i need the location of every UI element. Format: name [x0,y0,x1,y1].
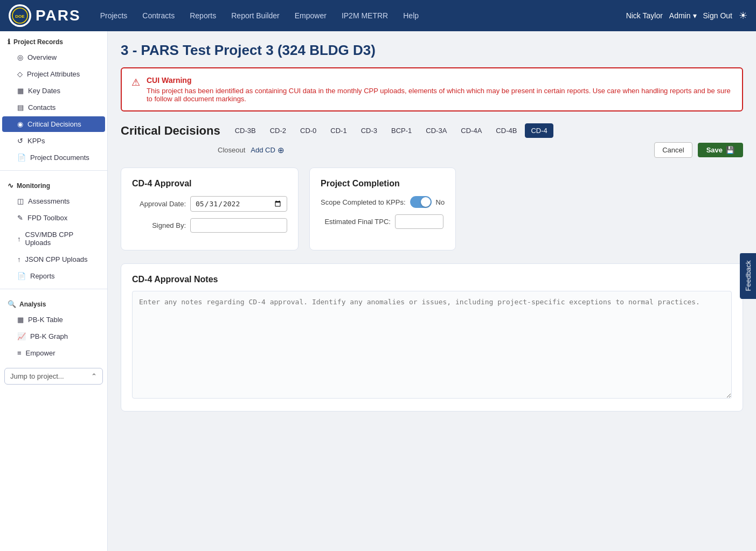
closeout-link[interactable]: Closeout [218,146,245,154]
sidebar-item-critical-decisions[interactable]: ◉ Critical Decisions [2,116,105,132]
sign-out-button[interactable]: Sign Out [703,11,732,20]
sidebar-item-assessments[interactable]: ◫ Assessments [2,193,105,209]
nav-help[interactable]: Help [397,8,425,23]
critical-decisions-header: Critical Decisions CD-3B CD-2 CD-0 CD-1 … [121,123,743,138]
logo[interactable]: DOE PARS [9,4,81,27]
reports-icon: 📄 [17,272,26,280]
sidebar-item-pbk-table[interactable]: ▦ PB-K Table [2,312,105,327]
nav-report-builder[interactable]: Report Builder [225,8,286,23]
jump-to-project[interactable]: Jump to project... ⌃ [4,368,103,385]
csv-upload-icon: ↑ [17,235,21,243]
add-cd-icon: ⊕ [278,145,285,155]
json-upload-icon: ↑ [17,255,21,263]
scope-completed-label: Scope Completed to KPPs: [321,198,406,206]
feedback-tab[interactable]: Feedback [740,253,756,298]
project-completion-card: Project Completion Scope Completed to KP… [309,168,456,250]
key-dates-icon: ▦ [17,87,24,95]
info-icon: ℹ [8,38,10,46]
sidebar-section-monitoring: ∿ Monitoring [0,175,107,193]
cd-tab-cd0[interactable]: CD-0 [294,123,322,138]
cd-tab-cd3b[interactable]: CD-3B [229,123,262,138]
logo-emblem: DOE [9,4,31,27]
logo-text: PARS [36,7,81,24]
cd4-cards-row: CD-4 Approval Approval Date: Signed By: … [121,168,743,250]
admin-menu[interactable]: Admin ▾ [669,11,697,20]
approval-date-input[interactable] [190,196,287,212]
sidebar-section-analysis: 🔍 Analysis [0,294,107,311]
sidebar-item-key-dates[interactable]: ▦ Key Dates [2,83,105,99]
signed-by-label: Signed By: [132,221,186,229]
scope-completed-row: Scope Completed to KPPs: No [321,196,445,208]
cui-warning-title: CUI Warning [147,76,732,85]
scope-toggle-label: No [436,198,445,206]
cd-tab-cd4[interactable]: CD-4 [525,123,553,138]
signed-by-row: Signed By: [132,218,287,233]
nav-projects[interactable]: Projects [94,8,134,23]
cd4-notes-card: CD-4 Approval Notes [121,263,743,411]
cd-tab-bcp1[interactable]: BCP-1 [385,123,418,138]
nav-contracts[interactable]: Contracts [136,8,181,23]
sidebar-item-pbk-graph[interactable]: 📈 PB-K Graph [2,329,105,344]
sidebar-item-contacts[interactable]: ▤ Contacts [2,100,105,115]
sidebar-item-fpd-toolbox[interactable]: ✎ FPD Toolbox [2,210,105,226]
notes-textarea[interactable] [132,291,732,399]
scope-completed-toggle[interactable] [410,196,432,208]
kpps-icon: ↺ [17,137,23,145]
estimated-tpc-input[interactable] [395,214,443,229]
cd-tab-cd2[interactable]: CD-2 [264,123,292,138]
critical-decisions-icon: ◉ [17,120,23,128]
contacts-icon: ▤ [17,103,24,111]
pbk-table-icon: ▦ [17,316,24,324]
estimated-tpc-label: Estimated Final TPC: [321,218,391,226]
overview-icon: ◎ [17,53,23,61]
main-layout: ℹ Project Records ◎ Overview ◇ Project A… [0,31,756,551]
cui-warning-text: This project has been identified as cont… [147,87,732,103]
theme-toggle-icon[interactable]: ☀ [739,10,747,22]
warning-icon: ⚠ [131,76,140,103]
user-name: Nick Taylor [626,11,663,20]
toggle-knob [421,197,431,207]
cd-tab-cd3[interactable]: CD-3 [355,123,383,138]
notes-card-title: CD-4 Approval Notes [132,275,732,284]
nav-right: Nick Taylor Admin ▾ Sign Out ☀ [626,10,747,22]
svg-text:DOE: DOE [15,14,25,19]
sidebar-item-project-documents[interactable]: 📄 Project Documents [2,150,105,165]
cd-tab-cd3a[interactable]: CD-3A [420,123,453,138]
pbk-graph-icon: 📈 [17,332,26,340]
cancel-button[interactable]: Cancel [654,142,692,158]
signed-by-input[interactable] [190,218,287,233]
sidebar-item-kpps[interactable]: ↺ KPPs [2,133,105,149]
nav-links: Projects Contracts Reports Report Builde… [94,8,622,23]
chevron-down-icon: ▾ [693,11,697,20]
fpd-toolbox-icon: ✎ [17,214,23,222]
monitoring-icon: ∿ [8,182,13,190]
sidebar-item-empower[interactable]: ≡ Empower [2,345,105,361]
cd-tab-cd4a[interactable]: CD-4A [455,123,488,138]
sidebar-item-json-cpp[interactable]: ↑ JSON CPP Uploads [2,252,105,267]
sidebar-item-reports[interactable]: 📄 Reports [2,268,105,284]
cd-tabs: CD-3B CD-2 CD-0 CD-1 CD-3 BCP-1 CD-3A CD… [229,123,743,138]
jump-chevron-icon: ⌃ [91,372,97,380]
sidebar-item-project-attributes[interactable]: ◇ Project Attributes [2,66,105,82]
save-button[interactable]: Save 💾 [698,143,743,157]
nav-reports[interactable]: Reports [183,8,223,23]
nav-ip2m[interactable]: IP2M METRR [335,8,394,23]
critical-decisions-title: Critical Decisions [121,124,220,138]
add-cd-button[interactable]: Add CD ⊕ [251,145,285,155]
main-content: 3 - PARS Test Project 3 (324 BLDG D3) ⚠ … [108,31,756,551]
approval-date-label: Approval Date: [132,200,186,208]
project-completion-card-title: Project Completion [321,179,445,189]
top-navigation: DOE PARS Projects Contracts Reports Repo… [0,0,756,31]
assessments-icon: ◫ [17,197,24,205]
cd4-approval-card-title: CD-4 Approval [132,179,287,189]
sidebar-item-csv-mdb[interactable]: ↑ CSV/MDB CPP Uploads [2,227,105,250]
scope-toggle-wrap: No [410,196,445,208]
cd4-approval-card: CD-4 Approval Approval Date: Signed By: [121,168,299,250]
nav-empower[interactable]: Empower [288,8,333,23]
documents-icon: 📄 [17,154,26,162]
attributes-icon: ◇ [17,70,23,78]
sidebar-item-overview[interactable]: ◎ Overview [2,50,105,65]
cd-tab-cd1[interactable]: CD-1 [324,123,352,138]
cd-tab-cd4b[interactable]: CD-4B [490,123,523,138]
cui-warning-content: CUI Warning This project has been identi… [147,76,732,103]
